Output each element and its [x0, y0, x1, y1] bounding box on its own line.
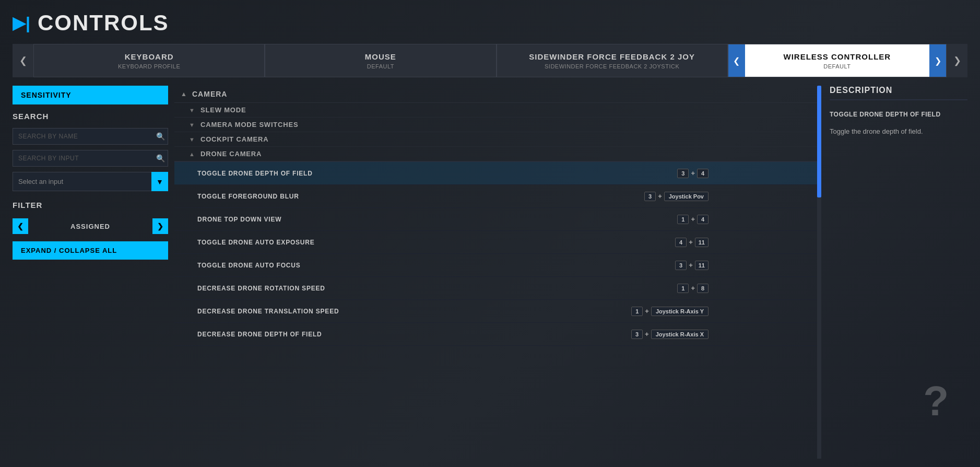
key-badge-11: 11 — [695, 238, 709, 247]
tab-mouse[interactable]: MOUSE DEFAULT — [265, 44, 496, 77]
tab-mouse-label: MOUSE — [365, 52, 396, 61]
search-by-input-input[interactable] — [13, 150, 168, 167]
key-badge-4: 4 — [697, 169, 709, 178]
scrollbar[interactable] — [817, 86, 821, 459]
control-decrease-drone-translation-binding: 1 + Joystick R-Axis Y — [631, 307, 709, 316]
key-badge-3b: 3 — [644, 192, 656, 201]
control-decrease-drone-translation[interactable]: DECREASE DRONE TRANSLATION SPEED 1 + Joy… — [174, 300, 819, 323]
sensitivity-button[interactable]: SENSITIVITY — [13, 86, 168, 104]
control-toggle-drone-auto-exposure-binding: 4 + 11 — [675, 238, 709, 247]
filter-row: ❮ ASSIGNED ❯ — [13, 218, 168, 234]
control-toggle-drone-auto-exposure[interactable]: TOGGLE DRONE AUTO EXPOSURE 4 + 11 — [174, 231, 819, 254]
control-toggle-drone-auto-focus-binding: 3 + 11 — [675, 261, 709, 270]
sidebar: SENSITIVITY SEARCH 🔍 🔍 Select an input ▼… — [13, 86, 174, 459]
tab-wireless-sublabel: DEFAULT — [823, 63, 851, 69]
control-drone-top-down-binding: 1 + 4 — [677, 215, 709, 224]
key-badge-8: 8 — [697, 284, 709, 293]
control-toggle-drone-auto-focus[interactable]: TOGGLE DRONE AUTO FOCUS 3 + 11 — [174, 254, 819, 277]
search-section-label: SEARCH — [13, 112, 168, 121]
tab-sidewinder[interactable]: SIDEWINDER FORCE FEEDBACK 2 JOY SIDEWIND… — [497, 44, 728, 77]
subcategory-cockpit-chevron: ▼ — [189, 136, 196, 143]
control-decrease-drone-rotation[interactable]: DECREASE DRONE ROTATION SPEED 1 + 8 — [174, 277, 819, 300]
search-by-input-field: 🔍 — [13, 150, 168, 167]
tab-prev-button[interactable]: ❮ — [13, 44, 33, 77]
tab-wireless-next-button[interactable]: ❯ — [929, 44, 946, 77]
control-toggle-drone-dof-binding: 3 + 4 — [677, 169, 709, 178]
control-decrease-drone-rotation-binding: 1 + 8 — [677, 284, 709, 293]
description-item-text: Toggle the drone depth of field. — [830, 126, 967, 137]
subcategory-cockpit-name: COCKPIT CAMERA — [200, 135, 268, 143]
page-icon: ▶| — [13, 15, 30, 31]
key-badge-joystick-r-axis-y: Joystick R-Axis Y — [651, 307, 709, 316]
tab-keyboard-label: KEYBOARD — [125, 52, 174, 61]
tab-keyboard-sublabel: KEYBOARD PROFILE — [118, 63, 180, 69]
select-input[interactable]: Select an input — [13, 172, 168, 191]
category-camera-name: CAMERA — [192, 90, 227, 98]
tab-wireless[interactable]: ❮ WIRELESS CONTROLLER DEFAULT ❯ — [728, 44, 947, 77]
plus-symbol: + — [691, 169, 695, 177]
tab-wireless-inner: WIRELESS CONTROLLER DEFAULT — [745, 52, 929, 69]
control-decrease-drone-dof-binding: 3 + Joystick R-Axis X — [631, 330, 709, 339]
filter-value: ASSIGNED — [32, 223, 148, 230]
search-by-name-input[interactable] — [13, 128, 168, 145]
control-toggle-drone-auto-exposure-name: TOGGLE DRONE AUTO EXPOSURE — [197, 239, 675, 246]
control-toggle-drone-auto-focus-name: TOGGLE DRONE AUTO FOCUS — [197, 262, 675, 269]
tab-sidewinder-sublabel: SIDEWINDER FORCE FEEDBACK 2 JOYSTICK — [545, 63, 679, 69]
category-camera-chevron: ▲ — [181, 90, 188, 98]
key-badge-11b: 11 — [695, 261, 709, 270]
plus-symbol-7: + — [645, 307, 649, 315]
key-badge-joystick-pov: Joystick Pov — [664, 192, 709, 201]
subcategory-slew-mode[interactable]: ▼ SLEW MODE — [174, 103, 819, 118]
filter-next-button[interactable]: ❯ — [152, 218, 168, 234]
category-camera[interactable]: ▲ CAMERA — [174, 86, 819, 103]
control-drone-top-down-name: DRONE TOP DOWN VIEW — [197, 216, 677, 223]
tab-sidewinder-label: SIDEWINDER FORCE FEEDBACK 2 JOY — [529, 52, 695, 61]
control-toggle-drone-dof[interactable]: TOGGLE DRONE DEPTH OF FIELD 3 + 4 — [174, 162, 819, 185]
tab-next-button[interactable]: ❯ — [947, 44, 967, 77]
control-drone-top-down-view[interactable]: DRONE TOP DOWN VIEW 1 + 4 — [174, 208, 819, 231]
control-toggle-drone-dof-name: TOGGLE DRONE DEPTH OF FIELD — [197, 170, 677, 177]
key-badge-4b: 4 — [697, 215, 709, 224]
search-by-input-icon[interactable]: 🔍 — [156, 154, 165, 162]
plus-symbol-5: + — [689, 261, 693, 269]
search-by-name-field: 🔍 — [13, 128, 168, 145]
control-decrease-drone-translation-name: DECREASE DRONE TRANSLATION SPEED — [197, 308, 631, 315]
plus-symbol-6: + — [691, 284, 695, 292]
subcategory-camera-mode[interactable]: ▼ CAMERA MODE SWITCHES — [174, 118, 819, 132]
key-badge-1b: 1 — [677, 284, 689, 293]
control-toggle-foreground-blur[interactable]: TOGGLE FOREGROUND BLUR 3 + Joystick Pov — [174, 185, 819, 208]
plus-symbol-2: + — [658, 192, 662, 200]
subcategory-camera-mode-name: CAMERA MODE SWITCHES — [200, 121, 298, 129]
main-panel[interactable]: ▲ CAMERA ▼ SLEW MODE ▼ CAMERA MODE SWITC… — [174, 86, 821, 459]
tab-bar: ❮ KEYBOARD KEYBOARD PROFILE MOUSE DEFAUL… — [13, 44, 967, 77]
description-panel: DESCRIPTION TOGGLE DRONE DEPTH OF FIELD … — [821, 86, 967, 459]
plus-symbol-3: + — [691, 215, 695, 223]
filter-prev-button[interactable]: ❮ — [13, 218, 28, 234]
tab-wireless-prev-button[interactable]: ❮ — [728, 44, 745, 77]
tab-keyboard[interactable]: KEYBOARD KEYBOARD PROFILE — [33, 44, 265, 77]
subcategory-slew-name: SLEW MODE — [200, 106, 246, 114]
control-toggle-foreground-blur-binding: 3 + Joystick Pov — [644, 192, 709, 201]
subcategory-camera-mode-chevron: ▼ — [189, 122, 196, 128]
filter-section-label: FILTER — [13, 201, 168, 210]
search-by-name-icon[interactable]: 🔍 — [156, 132, 165, 141]
controls-list: ▲ CAMERA ▼ SLEW MODE ▼ CAMERA MODE SWITC… — [174, 86, 819, 346]
subcategory-drone-camera[interactable]: ▲ DRONE CAMERA — [174, 147, 819, 161]
control-decrease-drone-dof-name: DECREASE DRONE DEPTH OF FIELD — [197, 331, 631, 338]
subcategory-drone-name: DRONE CAMERA — [200, 150, 262, 158]
key-badge-3: 3 — [677, 169, 689, 178]
description-title: DESCRIPTION — [830, 86, 967, 100]
subcategory-cockpit-camera[interactable]: ▼ COCKPIT CAMERA — [174, 132, 819, 147]
tab-mouse-sublabel: DEFAULT — [367, 63, 394, 69]
subcategory-slew-chevron: ▼ — [189, 107, 196, 113]
control-decrease-drone-dof[interactable]: DECREASE DRONE DEPTH OF FIELD 3 + Joysti… — [174, 323, 819, 346]
key-badge-3d: 3 — [631, 330, 643, 339]
key-badge-4c: 4 — [675, 238, 687, 247]
expand-collapse-button[interactable]: EXPAND / COLLAPSE ALL — [13, 241, 168, 260]
key-badge-1c: 1 — [631, 307, 643, 316]
subcategory-drone-chevron: ▲ — [189, 151, 196, 157]
page-title: CONTROLS — [38, 10, 169, 36]
description-item-name: TOGGLE DRONE DEPTH OF FIELD — [830, 111, 967, 118]
plus-symbol-8: + — [645, 330, 649, 338]
page-header: ▶| CONTROLS — [13, 10, 967, 36]
